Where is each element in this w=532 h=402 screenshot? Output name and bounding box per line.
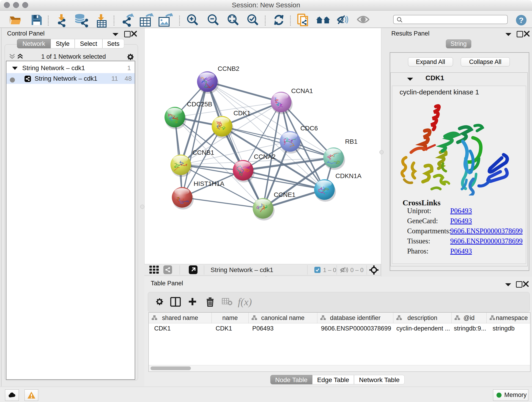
svg-text:RB1: RB1 (345, 138, 357, 145)
svg-text:CCNA1: CCNA1 (291, 87, 313, 95)
svg-text:CDC6: CDC6 (300, 125, 318, 132)
svg-text:CCNB2: CCNB2 (218, 65, 239, 72)
svg-text:CDK1: CDK1 (234, 109, 251, 117)
svg-text:CDKN1A: CDKN1A (336, 172, 361, 179)
svg-text:CCNB1: CCNB1 (192, 149, 214, 156)
svg-text:HIST1H1A: HIST1H1A (194, 180, 224, 187)
svg-text:CCNA2: CCNA2 (254, 153, 276, 160)
svg-text:CDC25B: CDC25B (187, 101, 212, 108)
svg-text:CCNE1: CCNE1 (274, 191, 296, 198)
